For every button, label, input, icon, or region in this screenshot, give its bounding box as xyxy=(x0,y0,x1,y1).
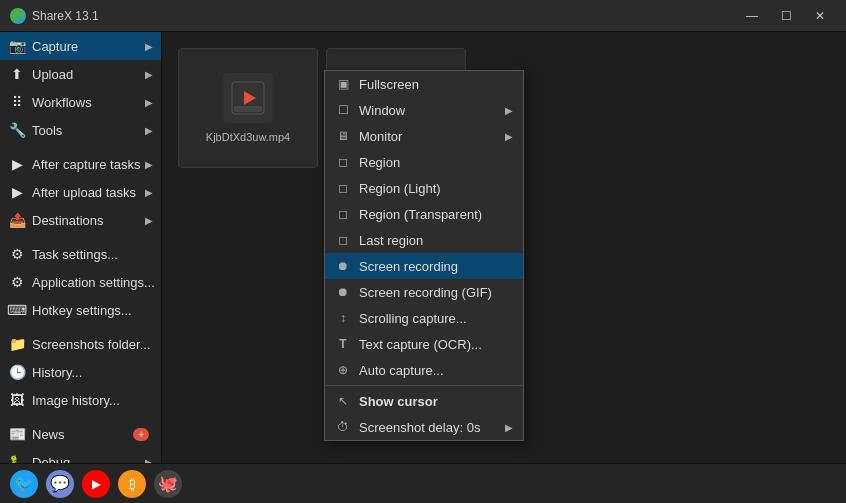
upload-icon: ⬆ xyxy=(8,65,26,83)
close-button[interactable]: ✕ xyxy=(804,2,836,30)
twitter-icon[interactable]: 🐦 xyxy=(10,470,38,498)
news-icon: 📰 xyxy=(8,425,26,443)
text-capture-icon: T xyxy=(335,336,351,352)
image-history-icon: 🖼 xyxy=(8,391,26,409)
submenu-auto-capture[interactable]: ⊕ Auto capture... xyxy=(325,357,523,383)
submenu-divider xyxy=(325,385,523,386)
sidebar-item-app-settings[interactable]: ⚙ Application settings... xyxy=(0,268,161,296)
after-upload-icon: ▶ xyxy=(8,183,26,201)
submenu-region-transparent[interactable]: ◻ Region (Transparent) xyxy=(325,201,523,227)
submenu-screen-recording[interactable]: ⏺ Screen recording xyxy=(325,253,523,279)
submenu-scrolling-capture[interactable]: ↕ Scrolling capture... xyxy=(325,305,523,331)
screen-recording-gif-icon: ⏺ xyxy=(335,284,351,300)
bitcoin-icon[interactable]: ₿ xyxy=(118,470,146,498)
content-area: KjbDtXd3uw.mp4 FMMW3HmtxJ.mp4 ▣ Fullscre… xyxy=(162,32,846,463)
sidebar-item-news[interactable]: 📰 News + xyxy=(0,420,161,448)
screen-recording-label: Screen recording xyxy=(359,259,513,274)
sidebar-item-workflows[interactable]: ⠿ Workflows ▶ xyxy=(0,88,161,116)
debug-label: Debug xyxy=(32,455,145,464)
debug-icon: 🐛 xyxy=(8,453,26,463)
window-icon: ☐ xyxy=(335,102,351,118)
submenu-screenshot-delay[interactable]: ⏱ Screenshot delay: 0s ▶ xyxy=(325,414,523,440)
sidebar-item-history[interactable]: 🕒 History... xyxy=(0,358,161,386)
sidebar: 📷 Capture ▶ ⬆ Upload ▶ ⠿ Workflows ▶ 🔧 T… xyxy=(0,32,162,463)
youtube-icon[interactable]: ▶ xyxy=(82,470,110,498)
scrolling-capture-label: Scrolling capture... xyxy=(359,311,513,326)
app-settings-label: Application settings... xyxy=(32,275,155,290)
scrolling-capture-icon: ↕ xyxy=(335,310,351,326)
main-layout: 📷 Capture ▶ ⬆ Upload ▶ ⠿ Workflows ▶ 🔧 T… xyxy=(0,32,846,463)
screen-recording-icon: ⏺ xyxy=(335,258,351,274)
sidebar-item-image-history[interactable]: 🖼 Image history... xyxy=(0,386,161,414)
window-arrow: ▶ xyxy=(505,105,513,116)
file-card-1[interactable]: KjbDtXd3uw.mp4 xyxy=(178,48,318,168)
image-history-label: Image history... xyxy=(32,393,153,408)
sidebar-item-upload[interactable]: ⬆ Upload ▶ xyxy=(0,60,161,88)
github-icon[interactable]: 🐙 xyxy=(154,470,182,498)
destinations-arrow: ▶ xyxy=(145,215,153,226)
file-icon-1 xyxy=(223,73,273,123)
task-settings-label: Task settings... xyxy=(32,247,153,262)
region-light-label: Region (Light) xyxy=(359,181,513,196)
sidebar-item-hotkey-settings[interactable]: ⌨ Hotkey settings... xyxy=(0,296,161,324)
region-light-icon: ◻ xyxy=(335,180,351,196)
app-icon xyxy=(10,8,26,24)
screenshots-icon: 📁 xyxy=(8,335,26,353)
screenshot-delay-arrow: ▶ xyxy=(505,422,513,433)
auto-capture-label: Auto capture... xyxy=(359,363,513,378)
discord-icon[interactable]: 💬 xyxy=(46,470,74,498)
destinations-icon: 📤 xyxy=(8,211,26,229)
workflows-arrow: ▶ xyxy=(145,97,153,108)
submenu-window[interactable]: ☐ Window ▶ xyxy=(325,97,523,123)
file-name-1: KjbDtXd3uw.mp4 xyxy=(202,131,294,143)
sidebar-item-screenshots[interactable]: 📁 Screenshots folder... xyxy=(0,330,161,358)
sidebar-item-capture[interactable]: 📷 Capture ▶ xyxy=(0,32,161,60)
sidebar-item-debug[interactable]: 🐛 Debug ▶ xyxy=(0,448,161,463)
monitor-icon: 🖥 xyxy=(335,128,351,144)
svg-rect-2 xyxy=(234,106,262,112)
news-badge: + xyxy=(133,428,149,441)
app-settings-icon: ⚙ xyxy=(8,273,26,291)
monitor-label: Monitor xyxy=(359,129,497,144)
submenu-fullscreen[interactable]: ▣ Fullscreen xyxy=(325,71,523,97)
window-label: Window xyxy=(359,103,497,118)
after-upload-arrow: ▶ xyxy=(145,187,153,198)
submenu-region-light[interactable]: ◻ Region (Light) xyxy=(325,175,523,201)
screenshot-delay-icon: ⏱ xyxy=(335,419,351,435)
sidebar-item-after-capture[interactable]: ▶ After capture tasks ▶ xyxy=(0,150,161,178)
after-capture-label: After capture tasks xyxy=(32,157,145,172)
sidebar-item-after-upload[interactable]: ▶ After upload tasks ▶ xyxy=(0,178,161,206)
region-transparent-icon: ◻ xyxy=(335,206,351,222)
submenu-screen-recording-gif[interactable]: ⏺ Screen recording (GIF) xyxy=(325,279,523,305)
workflows-icon: ⠿ xyxy=(8,93,26,111)
last-region-icon: ◻ xyxy=(335,232,351,248)
sidebar-item-task-settings[interactable]: ⚙ Task settings... xyxy=(0,240,161,268)
show-cursor-label: Show cursor xyxy=(359,394,513,409)
capture-icon: 📷 xyxy=(8,37,26,55)
news-label: News xyxy=(32,427,133,442)
maximize-button[interactable]: ☐ xyxy=(770,2,802,30)
sidebar-item-tools[interactable]: 🔧 Tools ▶ xyxy=(0,116,161,144)
submenu-monitor[interactable]: 🖥 Monitor ▶ xyxy=(325,123,523,149)
after-upload-label: After upload tasks xyxy=(32,185,145,200)
task-settings-icon: ⚙ xyxy=(8,245,26,263)
submenu-text-capture[interactable]: T Text capture (OCR)... xyxy=(325,331,523,357)
fullscreen-label: Fullscreen xyxy=(359,77,513,92)
history-label: History... xyxy=(32,365,153,380)
tools-label: Tools xyxy=(32,123,145,138)
minimize-button[interactable]: — xyxy=(736,2,768,30)
region-icon: ◻ xyxy=(335,154,351,170)
monitor-arrow: ▶ xyxy=(505,131,513,142)
last-region-label: Last region xyxy=(359,233,513,248)
destinations-label: Destinations xyxy=(32,213,145,228)
submenu-region[interactable]: ◻ Region xyxy=(325,149,523,175)
fullscreen-icon: ▣ xyxy=(335,76,351,92)
upload-arrow: ▶ xyxy=(145,69,153,80)
submenu-last-region[interactable]: ◻ Last region xyxy=(325,227,523,253)
submenu-show-cursor[interactable]: ↖ Show cursor xyxy=(325,388,523,414)
show-cursor-icon: ↖ xyxy=(335,393,351,409)
auto-capture-icon: ⊕ xyxy=(335,362,351,378)
sidebar-item-destinations[interactable]: 📤 Destinations ▶ xyxy=(0,206,161,234)
text-capture-label: Text capture (OCR)... xyxy=(359,337,513,352)
tools-arrow: ▶ xyxy=(145,125,153,136)
